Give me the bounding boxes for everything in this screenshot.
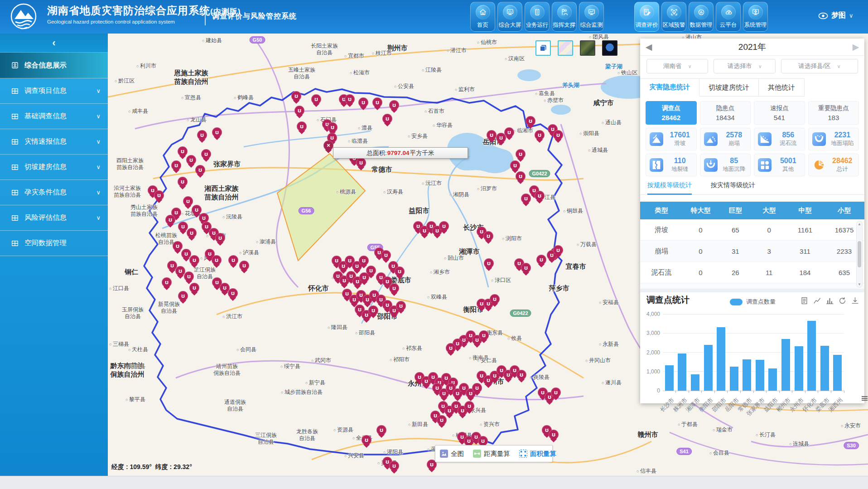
hazard-marker-pin[interactable]: ʊ [212,255,222,265]
hazard-marker-pin[interactable]: ʊ [490,294,500,304]
hazard-marker-pin[interactable]: ʊ [437,415,447,425]
hazard-marker-pin[interactable]: ʊ [472,383,482,393]
type-stat-debris[interactable]: 856泥石流 [754,128,805,150]
sidebar-collapse-button[interactable]: ‹ [0,34,108,53]
tab-3[interactable]: 其他统计 [759,78,805,97]
hazard-marker-pin[interactable]: ʊ [359,256,369,266]
measure-close-pin[interactable]: × [323,140,333,150]
region-select-3[interactable]: 请选择县/区∨ [781,59,858,73]
hazard-marker-pin[interactable]: ʊ [521,194,531,203]
hazard-marker-pin[interactable]: ʊ [376,425,386,435]
nav-home-button[interactable]: 首页 [470,2,495,32]
sidebar-item-6[interactable]: 孕灾条件信息∨ [0,180,108,205]
tab-2[interactable]: 切坡建房统计 [699,78,759,97]
chart-dataview-icon[interactable] [800,297,808,305]
panel-handle-icon[interactable] [862,395,868,401]
hazard-marker-pin[interactable]: ʊ [195,165,205,175]
chart-download-icon[interactable] [851,297,859,305]
street-basemap-button[interactable] [558,40,573,56]
scroll-down-icon[interactable]: ▼ [858,282,861,286]
hazard-marker-pin[interactable]: ʊ [366,266,376,276]
hazard-marker-pin[interactable]: ʊ [358,97,368,107]
hazard-marker-pin[interactable]: ʊ [439,221,449,231]
hazard-marker-pin[interactable]: ʊ [165,215,175,225]
sidebar-item-8[interactable]: 空间数据管理 [0,231,108,256]
hazard-marker-pin[interactable]: ʊ [297,121,307,131]
sidebar-item-3[interactable]: 基础调查信息∨ [0,104,108,129]
stat-box-4[interactable]: 重要隐患点183 [808,101,859,125]
hazard-marker-pin[interactable]: ʊ [178,291,188,301]
hazard-marker-pin[interactable]: ʊ [311,94,321,104]
hazard-marker-pin[interactable]: ʊ [478,436,488,446]
hazard-marker-pin[interactable]: ʊ [510,160,520,170]
type-stat-rockfall[interactable]: 2578崩塌 [700,128,751,150]
stat-box-1[interactable]: 调查点28462 [646,101,697,125]
user-menu[interactable]: 梦图 ∨ [818,11,854,20]
tab-1[interactable]: 灾害隐患统计 [640,78,699,97]
sidebar-item-4[interactable]: 灾情速报信息∨ [0,129,108,155]
hazard-marker-pin[interactable]: ʊ [516,149,526,159]
hazard-marker-pin[interactable]: ʊ [395,266,405,276]
sidebar-item-2[interactable]: 调查项目信息∨ [0,78,108,104]
hazard-marker-pin[interactable]: ʊ [291,91,301,101]
hazard-marker-pin[interactable]: ʊ [189,255,199,265]
stat-box-3[interactable]: 速报点541 [754,101,805,125]
hazard-marker-pin[interactable]: ʊ [389,283,399,293]
chart-refresh-icon[interactable] [839,297,846,305]
hazard-marker-pin[interactable]: ʊ [536,255,546,265]
hazard-marker-pin[interactable]: ʊ [479,330,489,340]
hazard-marker-pin[interactable]: ʊ [483,231,493,241]
hazard-marker-pin[interactable]: ʊ [535,191,545,201]
hazard-marker-pin[interactable]: ʊ [516,370,526,380]
nav-region-button[interactable]: 区域预警 [661,2,686,32]
hazard-marker-pin[interactable]: ʊ [372,97,382,107]
hazard-marker-pin[interactable]: ʊ [154,190,164,200]
hazard-marker-pin[interactable]: ʊ [553,245,563,255]
hazard-marker-pin[interactable]: ʊ [215,233,225,243]
region-select-1[interactable]: 湖南省∨ [646,59,708,73]
scrollbar-thumb[interactable] [858,241,861,267]
chart-line-icon[interactable] [813,297,821,305]
maptool-area-button[interactable]: 面积量算 [515,450,561,458]
hazard-marker-pin[interactable]: ʊ [521,263,531,273]
type-stat-pie[interactable]: 28462总计 [808,154,859,176]
sidebar-item-7[interactable]: 风险评估信息∨ [0,205,108,231]
hazard-marker-pin[interactable]: ʊ [201,149,211,159]
nav-data-button[interactable]: 数据管理 [689,2,714,32]
chart-legend[interactable]: 调查点数量 [730,298,776,306]
nav-cloud-button[interactable]: 云平台 [716,2,741,32]
year-next-button[interactable]: ▶ [849,40,863,53]
hazard-marker-pin[interactable]: ʊ [171,160,181,170]
hazard-marker-pin[interactable]: ʊ [189,283,199,293]
satellite-basemap-button[interactable] [580,40,595,56]
type-stat-subside[interactable]: 85地面沉降 [700,154,751,176]
hazard-marker-pin[interactable]: ʊ [516,171,526,181]
hazard-marker-pin[interactable]: ʊ [551,387,561,397]
hazard-marker-pin[interactable]: ʊ [178,177,188,187]
hazard-marker-pin[interactable]: ʊ [484,258,494,268]
hazard-marker-pin[interactable]: ʊ [382,114,392,124]
hazard-marker-pin[interactable]: ʊ [212,127,222,137]
hazard-marker-pin[interactable]: ʊ [187,228,197,238]
hazard-marker-pin[interactable]: ʊ [487,130,497,140]
hazard-marker-pin[interactable]: ʊ [345,94,355,104]
region-select-2[interactable]: 请选择市∨ [714,59,775,73]
hazard-marker-pin[interactable]: ʊ [362,435,371,445]
type-stat-landslide[interactable]: 17601滑坡 [646,128,697,150]
maptool-dist-button[interactable]: 距离量算 [468,450,515,458]
nav-screen-button[interactable]: 综合大屏 [497,2,522,32]
type-stat-other[interactable]: 5001其他 [754,154,805,176]
nav-system-button[interactable]: 系统管理 [743,2,768,32]
hazard-marker-pin[interactable]: ʊ [356,158,366,168]
table-scrollbar[interactable]: ▲ ▼ [856,221,863,288]
hazard-marker-pin[interactable]: ʊ [446,343,456,353]
type-stat-sink[interactable]: 2231地面塌陷 [808,128,859,150]
nav-survey-button[interactable]: 调查评价 [634,2,659,32]
hazard-marker-pin[interactable]: ʊ [535,130,545,140]
hazard-marker-pin[interactable]: ʊ [186,155,196,165]
hazard-marker-pin[interactable]: ʊ [294,106,304,116]
scroll-up-icon[interactable]: ▲ [858,222,861,226]
hazard-marker-pin[interactable]: ʊ [381,250,391,260]
hazard-marker-pin[interactable]: ʊ [526,116,535,126]
hazard-marker-pin[interactable]: ʊ [239,261,249,271]
